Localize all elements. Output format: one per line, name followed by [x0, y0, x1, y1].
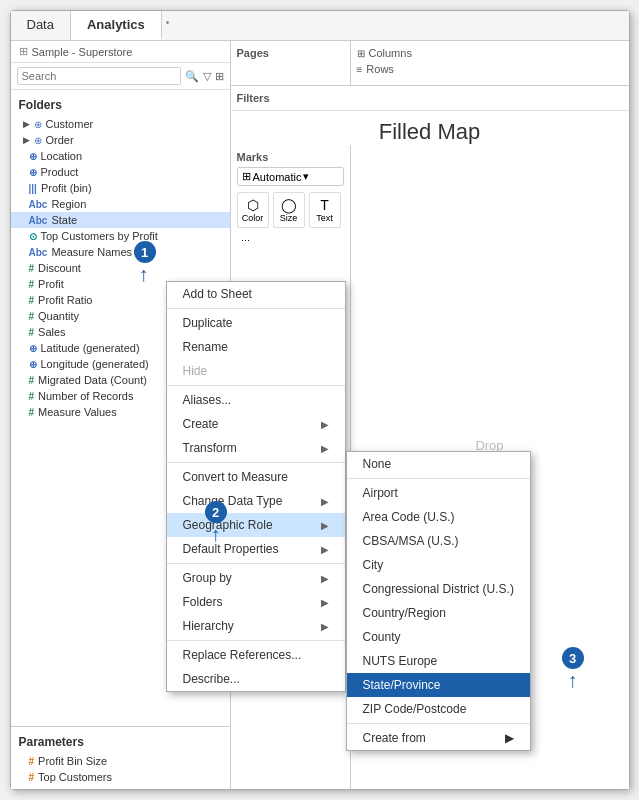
group-order[interactable]: ▶ ⊕ Order: [11, 132, 230, 148]
field-region[interactable]: Abc Region: [11, 196, 230, 212]
color-button[interactable]: ⬡ Color: [237, 192, 269, 228]
menu-change-data-type-arrow: ▶: [321, 496, 329, 507]
geo-congressional[interactable]: Congressional District (U.S.): [347, 577, 530, 601]
callout-1: 1: [134, 241, 156, 263]
geo-sep-1: [347, 478, 530, 479]
marks-buttons: ⬡ Color ◯ Size T Text: [237, 192, 344, 228]
field-profit-bin[interactable]: ||| Profit (bin): [11, 180, 230, 196]
geo-state-province[interactable]: State/Province: [347, 673, 530, 697]
menu-create-label: Create: [183, 417, 219, 431]
measure-icon: #: [29, 311, 35, 322]
chevron-icon: ▶: [23, 119, 30, 129]
view-title: Filled Map: [231, 119, 629, 145]
field-top-customers[interactable]: ⊙ Top Customers by Profit: [11, 228, 230, 244]
detail-icon: ⋯: [241, 236, 250, 246]
menu-geographic-role[interactable]: Geographic Role ▶: [167, 513, 345, 537]
field-location[interactable]: ⊕ Location: [11, 148, 230, 164]
field-measure-names[interactable]: Abc Measure Names: [11, 244, 230, 260]
field-state[interactable]: Abc State: [11, 212, 230, 228]
menu-hierarchy-arrow: ▶: [321, 621, 329, 632]
menu-default-properties[interactable]: Default Properties ▶: [167, 537, 345, 561]
parameters-section: Parameters # Profit Bin Size # Top Custo…: [11, 726, 230, 789]
filter-icon[interactable]: ▽: [203, 70, 211, 83]
rows-shelf: ≡ Rows: [357, 63, 623, 75]
menu-hierarchy[interactable]: Hierarchy ▶: [167, 614, 345, 638]
menu-hide-label: Hide: [183, 364, 208, 378]
measure-icon: #: [29, 295, 35, 306]
tab-data[interactable]: Data: [11, 11, 71, 40]
menu-convert[interactable]: Convert to Measure: [167, 465, 345, 489]
geo-area-code[interactable]: Area Code (U.S.): [347, 505, 530, 529]
tab-analytics[interactable]: Analytics: [71, 11, 162, 40]
param-profit-bin-size[interactable]: # Profit Bin Size: [11, 753, 230, 769]
field-discount-label: Discount: [38, 262, 81, 274]
geo-none[interactable]: None: [347, 452, 530, 476]
detail-button[interactable]: ⋯: [237, 232, 269, 250]
pages-section: Pages: [231, 41, 351, 85]
measure-icon: #: [29, 279, 35, 290]
field-measure-names-label: Measure Names: [51, 246, 132, 258]
menu-create-arrow: ▶: [321, 419, 329, 430]
menu-rename[interactable]: Rename: [167, 335, 345, 359]
menu-folders[interactable]: Folders ▶: [167, 590, 345, 614]
size-button[interactable]: ◯ Size: [273, 192, 305, 228]
field-migrated-data-label: Migrated Data (Count): [38, 374, 147, 386]
datasource-name: Sample - Superstore: [32, 46, 133, 58]
abc-icon: Abc: [29, 247, 48, 258]
geo-airport-label: Airport: [363, 486, 398, 500]
group-customer[interactable]: ▶ ⊕ Customer: [11, 116, 230, 132]
grid-icon[interactable]: ⊞: [215, 70, 224, 83]
field-product[interactable]: ⊕ Product: [11, 164, 230, 180]
filters-section: Filters: [231, 86, 629, 111]
field-profit-bin-label: Profit (bin): [41, 182, 92, 194]
param-top-customers[interactable]: # Top Customers: [11, 769, 230, 785]
geo-cbsa[interactable]: CBSA/MSA (U.S.): [347, 529, 530, 553]
marks-type-dropdown[interactable]: ⊞ Automatic ▾: [237, 167, 344, 186]
text-icon: T: [320, 197, 329, 213]
measure-icon: #: [29, 327, 35, 338]
field-product-label: Product: [41, 166, 79, 178]
menu-group-by[interactable]: Group by ▶: [167, 566, 345, 590]
rows-label: Rows: [366, 63, 394, 75]
menu-default-properties-label: Default Properties: [183, 542, 279, 556]
menu-describe[interactable]: Describe...: [167, 667, 345, 691]
menu-transform-arrow: ▶: [321, 443, 329, 454]
menu-transform[interactable]: Transform ▶: [167, 436, 345, 460]
menu-change-data-type-label: Change Data Type: [183, 494, 283, 508]
menu-change-data-type[interactable]: Change Data Type ▶: [167, 489, 345, 513]
geo-county-label: County: [363, 630, 401, 644]
pages-label: Pages: [237, 47, 344, 59]
menu-transform-label: Transform: [183, 441, 237, 455]
menu-sep-4: [167, 563, 345, 564]
abc-icon: Abc: [29, 199, 48, 210]
geo-county[interactable]: County: [347, 625, 530, 649]
marks-type-label: Automatic: [253, 171, 302, 183]
menu-duplicate[interactable]: Duplicate: [167, 311, 345, 335]
search-bar: 🔍 ▽ ⊞: [11, 63, 230, 90]
field-discount[interactable]: # Discount: [11, 260, 230, 276]
search-input[interactable]: [17, 67, 181, 85]
abc-icon: Abc: [29, 215, 48, 226]
geo-role-submenu: None Airport Area Code (U.S.) CBSA/MSA (…: [346, 451, 531, 751]
menu-geographic-role-arrow: ▶: [321, 520, 329, 531]
geo-airport[interactable]: Airport: [347, 481, 530, 505]
menu-aliases[interactable]: Aliases...: [167, 388, 345, 412]
geo-zip[interactable]: ZIP Code/Postcode: [347, 697, 530, 721]
search-icon[interactable]: 🔍: [185, 70, 199, 83]
geo-state-province-label: State/Province: [363, 678, 441, 692]
menu-folders-arrow: ▶: [321, 597, 329, 608]
menu-add-to-sheet[interactable]: Add to Sheet: [167, 282, 345, 306]
field-quantity-label: Quantity: [38, 310, 79, 322]
geo-create-from-arrow: ▶: [505, 731, 514, 745]
measure-icon: #: [29, 375, 35, 386]
up-arrow-1: ↑: [139, 263, 149, 286]
geo-create-from[interactable]: Create from ▶: [347, 726, 530, 750]
geo-country[interactable]: Country/Region: [347, 601, 530, 625]
geo-nuts[interactable]: NUTS Europe: [347, 649, 530, 673]
menu-create[interactable]: Create ▶: [167, 412, 345, 436]
text-button[interactable]: T Text: [309, 192, 341, 228]
detail-row: ⋯: [237, 232, 344, 250]
menu-replace-references[interactable]: Replace References...: [167, 643, 345, 667]
geo-city[interactable]: City: [347, 553, 530, 577]
group-customer-label: Customer: [46, 118, 94, 130]
